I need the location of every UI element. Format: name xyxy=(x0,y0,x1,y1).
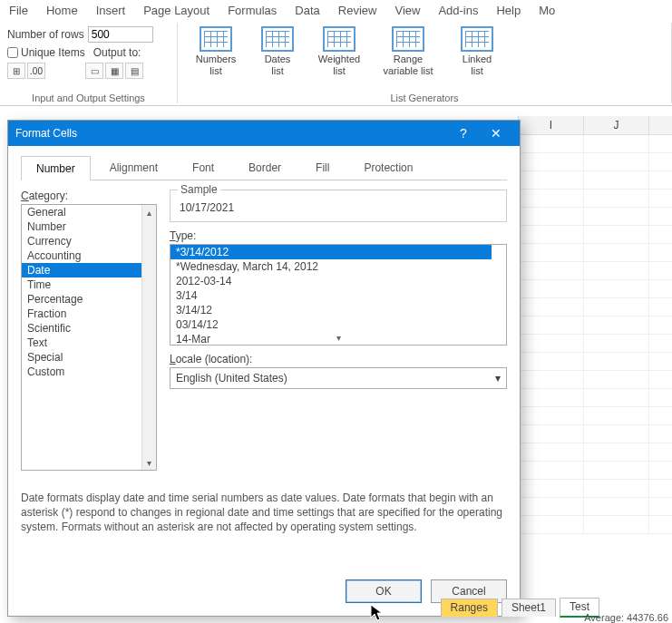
col-header-j[interactable]: J xyxy=(584,116,649,134)
cat-accounting[interactable]: Accounting xyxy=(22,248,141,263)
sample-label: Sample xyxy=(178,183,220,196)
dates-list-icon xyxy=(261,26,294,52)
numrows-input[interactable] xyxy=(88,26,153,43)
cat-special[interactable]: Special xyxy=(22,350,141,365)
grid-area: I J xyxy=(518,116,672,596)
type-listbox[interactable]: *3/14/2012 *Wednesday, March 14, 2012 20… xyxy=(170,244,507,346)
tab-home[interactable]: Home xyxy=(46,4,78,17)
tab-more[interactable]: Mo xyxy=(539,4,555,17)
dlg-tab-fill[interactable]: Fill xyxy=(300,155,345,180)
category-label: Category: xyxy=(21,190,157,202)
gen-dates-list[interactable]: Dateslist xyxy=(252,26,303,76)
cat-time[interactable]: Time xyxy=(22,277,141,292)
io-btn-1[interactable]: ⊞ xyxy=(7,63,25,79)
gen-linked-list[interactable]: Linkedlist xyxy=(452,26,502,76)
ok-button[interactable]: OK xyxy=(346,579,422,603)
cat-currency[interactable]: Currency xyxy=(22,234,141,248)
dialog-tabs: Number Alignment Font Border Fill Protec… xyxy=(21,155,507,180)
tab-insert[interactable]: Insert xyxy=(96,4,126,17)
chevron-down-icon[interactable]: ▾ xyxy=(170,330,506,345)
dlg-tab-number[interactable]: Number xyxy=(21,156,91,180)
type-opt-1[interactable]: *Wednesday, March 14, 2012 xyxy=(170,259,492,274)
format-description: Date formats display date and time seria… xyxy=(21,491,507,535)
dlg-tab-protection[interactable]: Protection xyxy=(348,155,428,180)
col-header-i[interactable]: I xyxy=(519,116,584,134)
cat-number[interactable]: Number xyxy=(22,219,141,234)
grid-cells[interactable] xyxy=(519,135,672,534)
tab-page-layout[interactable]: Page Layout xyxy=(143,4,209,17)
sheet-tab-sheet1[interactable]: Sheet1 xyxy=(502,599,556,617)
tab-data[interactable]: Data xyxy=(295,4,319,17)
type-label: Type: xyxy=(170,229,507,242)
ribbon-body: Number of rows Unique Items Output to: ⊞… xyxy=(0,23,672,106)
locale-label: Locale (location): xyxy=(170,353,507,365)
gen-weighted-list[interactable]: Weightedlist xyxy=(314,26,365,76)
sheet-tab-ranges[interactable]: Ranges xyxy=(441,599,498,617)
cat-date[interactable]: Date xyxy=(22,263,141,277)
close-button[interactable]: ✕ xyxy=(480,126,512,141)
locale-value: English (United States) xyxy=(176,372,287,385)
category-scrollbar[interactable]: ▴ ▾ xyxy=(141,205,156,470)
range-variable-list-icon xyxy=(392,26,424,52)
scroll-down-icon[interactable]: ▾ xyxy=(142,455,156,470)
cat-scientific[interactable]: Scientific xyxy=(22,321,141,336)
ribbon-group-generators: Numberslist Dateslist Weightedlist Range… xyxy=(178,23,672,103)
cat-custom[interactable]: Custom xyxy=(22,365,141,379)
tab-help[interactable]: Help xyxy=(496,4,521,17)
output-opt-3[interactable]: ▤ xyxy=(125,63,143,79)
grid-header: I J xyxy=(519,116,672,135)
cat-text[interactable]: Text xyxy=(22,336,141,350)
cat-fraction[interactable]: Fraction xyxy=(22,307,141,321)
tab-formulas[interactable]: Formulas xyxy=(228,4,277,17)
unique-items-checkbox[interactable] xyxy=(7,47,18,58)
dialog-titlebar[interactable]: Format Cells ? ✕ xyxy=(8,121,520,146)
weighted-list-icon xyxy=(323,26,355,52)
cat-general[interactable]: General xyxy=(22,205,141,219)
sample-value: 10/17/2021 xyxy=(180,196,497,216)
tab-review[interactable]: Review xyxy=(338,4,377,17)
type-opt-2[interactable]: 2012-03-14 xyxy=(170,274,492,288)
numrows-label: Number of rows xyxy=(7,28,84,41)
dlg-tab-alignment[interactable]: Alignment xyxy=(94,155,173,180)
category-listbox[interactable]: General Number Currency Accounting Date … xyxy=(21,204,157,471)
io-btn-decimals[interactable]: .00 xyxy=(27,63,45,79)
tab-file[interactable]: File xyxy=(9,4,28,17)
dropdown-icon: ▾ xyxy=(495,372,501,385)
dialog-title: Format Cells xyxy=(15,127,77,140)
locale-select[interactable]: English (United States) ▾ xyxy=(170,367,507,389)
gen-range-variable-list[interactable]: Rangevariable list xyxy=(375,26,441,76)
dlg-tab-border[interactable]: Border xyxy=(233,155,297,180)
ribbon-group-generators-label: List Generators xyxy=(178,92,671,103)
ribbon-tabs: File Home Insert Page Layout Formulas Da… xyxy=(0,0,672,23)
type-opt-3[interactable]: 3/14 xyxy=(170,288,492,303)
tab-addins[interactable]: Add-ins xyxy=(438,4,478,17)
ribbon-group-io: Number of rows Unique Items Output to: ⊞… xyxy=(0,23,178,103)
ribbon-group-io-label: Input and Output Settings xyxy=(0,92,177,103)
statusbar-average: Average: 44376.66 xyxy=(584,612,668,623)
type-opt-0[interactable]: *3/14/2012 xyxy=(170,245,492,259)
format-cells-dialog: Format Cells ? ✕ Number Alignment Font B… xyxy=(7,120,521,617)
gen-numbers-list[interactable]: Numberslist xyxy=(190,26,241,76)
tab-view[interactable]: View xyxy=(394,4,420,17)
dlg-tab-font[interactable]: Font xyxy=(177,155,229,180)
output-opt-2[interactable]: ▦ xyxy=(105,63,123,79)
unique-items-label: Unique Items xyxy=(21,46,85,59)
sample-box: Sample 10/17/2021 xyxy=(170,190,507,222)
type-opt-4[interactable]: 3/14/12 xyxy=(170,303,492,317)
help-button[interactable]: ? xyxy=(447,126,480,141)
sheet-tabs: Ranges Sheet1 Test xyxy=(441,598,599,618)
cat-percentage[interactable]: Percentage xyxy=(22,292,141,307)
output-opt-1[interactable]: ▭ xyxy=(85,63,103,79)
output-to-label: Output to: xyxy=(93,46,141,59)
linked-list-icon xyxy=(461,26,493,52)
numbers-list-icon xyxy=(200,26,232,52)
scroll-up-icon[interactable]: ▴ xyxy=(142,205,156,219)
